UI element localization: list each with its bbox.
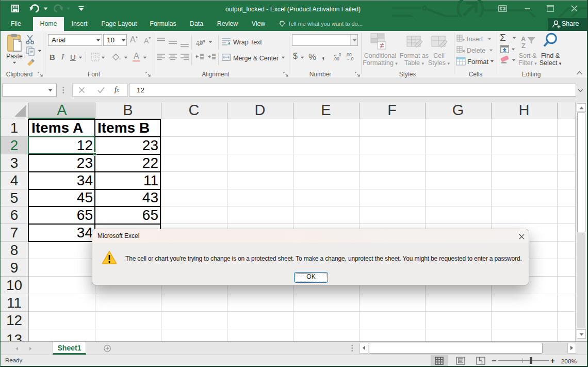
svg-text:Z: Z xyxy=(521,42,526,50)
